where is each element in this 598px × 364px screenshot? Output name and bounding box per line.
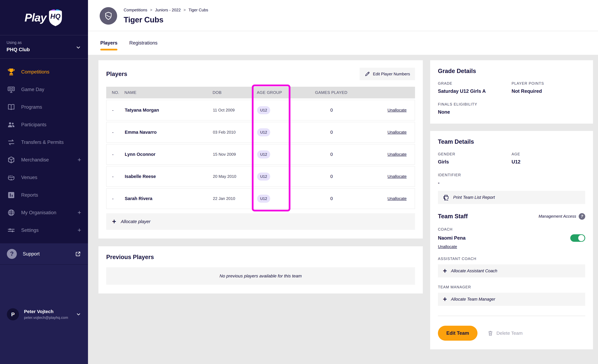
tab-registrations[interactable]: Registrations — [129, 31, 158, 55]
player-points-label: PLAYER POINTS — [512, 81, 585, 86]
expand-plus-icon[interactable]: + — [78, 156, 81, 163]
using-as-label: Using as — [7, 40, 82, 45]
sidebar-user-menu[interactable]: P Peter Vojtech peter.vojtech@playhq.com — [0, 265, 88, 364]
edit-team-button[interactable]: Edit Team — [438, 326, 477, 341]
team-shield-avatar — [100, 7, 117, 25]
breadcrumb-season[interactable]: Juniors - 2022 — [155, 8, 181, 12]
sidebar-item[interactable]: Participants — [0, 116, 88, 133]
sidebar-item[interactable]: Venues — [0, 169, 88, 186]
player-row: - Isabelle Reese 20 May 2010 U12 0 Unall… — [106, 166, 415, 187]
player-games-played: 0 — [313, 152, 350, 157]
player-dob: 20 May 2010 — [213, 174, 257, 179]
players-table: NO. NAME DOB AGE GROUP GAMES PLAYED - Ta… — [106, 87, 415, 209]
expand-plus-icon[interactable]: + — [78, 227, 81, 234]
expand-plus-icon[interactable]: + — [78, 209, 81, 216]
print-team-list-button[interactable]: Print Team List Report — [438, 191, 585, 204]
sidebar-item[interactable]: Merchandise + — [0, 151, 88, 169]
coach-unallocate-link[interactable]: Unallocate — [438, 244, 457, 249]
unallocate-link[interactable]: Unallocate — [387, 108, 407, 112]
player-name: Isabelle Reese — [125, 174, 213, 179]
player-name: Lynn Oconnor — [125, 152, 213, 157]
assistant-coach-label: ASSISTANT COACH — [438, 256, 585, 261]
playhq-shield-logo-icon: HQ — [47, 9, 64, 26]
sidebar-item[interactable]: Programs — [0, 98, 88, 116]
plus-icon: + — [112, 218, 116, 225]
previous-players-empty-state: No previous players available for this t… — [106, 267, 415, 285]
delete-team-button[interactable]: Delete Team — [487, 330, 523, 336]
printer-icon — [443, 194, 449, 200]
divider — [438, 316, 585, 316]
grade-details-card: Grade Details GRADE Saturday U12 Girls A… — [430, 60, 593, 124]
breadcrumb-separator: > — [184, 8, 186, 12]
sidebar-item-icon — [7, 121, 15, 129]
org-switcher[interactable]: Using as PHQ Club — [0, 35, 88, 59]
players-card-title: Players — [106, 71, 127, 77]
using-as-value: PHQ Club — [7, 47, 82, 52]
sidebar-item-icon — [7, 156, 15, 164]
unallocate-link[interactable]: Unallocate — [387, 174, 407, 179]
sidebar-item-label: Participants — [21, 122, 46, 127]
player-number: - — [112, 152, 125, 157]
col-header-dob: DOB — [213, 90, 257, 95]
page-content: Players Edit Player Numbers NO. NAME DOB… — [88, 55, 598, 364]
sidebar-item-label: Transfers & Permits — [21, 140, 64, 145]
sidebar-item[interactable]: Reports — [0, 186, 88, 204]
age-label: AGE — [512, 152, 585, 156]
sidebar-nav: Competitions Game Day Programs Participa… — [0, 59, 88, 243]
player-games-played: 0 — [313, 108, 350, 113]
player-name: Tatyana Morgan — [125, 108, 213, 113]
previous-players-card: Previous Players No previous players ava… — [99, 246, 423, 293]
player-name: Sarah Rivera — [125, 196, 213, 201]
chevron-down-icon[interactable] — [75, 45, 81, 50]
coach-name: Naomi Pena — [438, 235, 465, 241]
support-label: Support — [23, 251, 40, 257]
app-logo[interactable]: Play HQ — [0, 0, 88, 35]
breadcrumb-separator: > — [150, 8, 152, 12]
sidebar-item[interactable]: Competitions — [0, 63, 88, 81]
previous-players-title: Previous Players — [106, 254, 415, 260]
players-card: Players Edit Player Numbers NO. NAME DOB… — [99, 60, 423, 239]
edit-player-numbers-button[interactable]: Edit Player Numbers — [360, 68, 415, 80]
player-row: - Sarah Rivera 22 Jan 2010 U12 0 Unalloc… — [106, 188, 415, 209]
chevron-down-icon[interactable] — [76, 312, 81, 317]
user-name: Peter Vojtech — [24, 309, 68, 314]
unallocate-link[interactable]: Unallocate — [387, 152, 407, 157]
avatar: P — [7, 308, 19, 320]
team-details-title: Team Details — [438, 138, 585, 145]
age-value: U12 — [512, 159, 585, 165]
sidebar-item-icon — [7, 191, 15, 199]
breadcrumb: Competitions > Juniors - 2022 > Tiger Cu… — [124, 8, 208, 12]
logo-play-text: Play — [25, 11, 46, 24]
allocate-assistant-coach-button[interactable]: + Allocate Assistant Coach — [438, 264, 585, 277]
sidebar-item-icon — [7, 174, 15, 182]
coach-label: COACH — [438, 227, 585, 232]
sidebar-item-icon — [7, 68, 15, 76]
allocate-player-button[interactable]: + Allocate player — [106, 213, 415, 230]
sidebar-item[interactable]: Settings + — [0, 221, 88, 239]
help-question-icon[interactable]: ? — [579, 213, 585, 220]
sidebar-support[interactable]: ? Support — [0, 243, 88, 265]
allocate-team-manager-button[interactable]: + Allocate Team Manager — [438, 293, 585, 306]
sidebar-item[interactable]: Game Day — [0, 81, 88, 98]
age-group-badge: U12 — [257, 128, 270, 136]
sidebar-item[interactable]: Transfers & Permits — [0, 133, 88, 151]
sidebar-item-icon — [7, 103, 15, 111]
player-dob: 03 Feb 2010 — [213, 130, 257, 135]
sidebar-item[interactable]: My Organisation + — [0, 204, 88, 221]
unallocate-link[interactable]: Unallocate — [387, 130, 407, 134]
sidebar-item-label: Venues — [21, 175, 37, 180]
gender-label: GENDER — [438, 152, 512, 156]
player-dob: 11 Oct 2009 — [213, 108, 257, 113]
player-number: - — [112, 196, 125, 201]
unallocate-link[interactable]: Unallocate — [387, 196, 407, 201]
team-manager-label: TEAM MANAGER — [438, 285, 585, 289]
age-group-badge: U12 — [257, 150, 270, 158]
main-area: Competitions > Juniors - 2022 > Tiger Cu… — [88, 0, 598, 364]
team-manager-section: TEAM MANAGER + Allocate Team Manager — [438, 285, 585, 306]
breadcrumb-competitions[interactable]: Competitions — [124, 8, 147, 12]
player-games-played: 0 — [313, 130, 350, 135]
sidebar-item-icon — [7, 226, 15, 234]
tab-players[interactable]: Players — [100, 31, 117, 55]
assistant-coach-section: ASSISTANT COACH + Allocate Assistant Coa… — [438, 256, 585, 277]
management-access-toggle[interactable] — [570, 234, 585, 242]
